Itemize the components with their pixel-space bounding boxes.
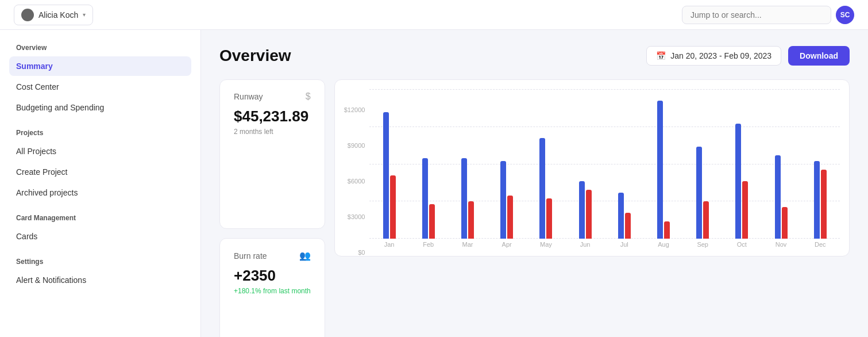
bar-red-jan (390, 175, 396, 239)
burn-rate-header: Burn rate 👥 (234, 250, 311, 261)
x-label-oct: Oct (730, 241, 753, 248)
x-label-nov: Nov (770, 241, 793, 248)
bar-blue-nov (775, 155, 781, 239)
x-label-apr: Apr (495, 241, 518, 248)
bar-red-jun (586, 190, 592, 239)
top-bar: Alicia Koch ▾ SC (0, 0, 868, 30)
bar-group-dec (814, 161, 827, 239)
x-label-jul: Jul (613, 241, 636, 248)
sidebar-section-card-mgmt: Card Management (9, 214, 191, 222)
sidebar-item-all-projects[interactable]: All Projects (9, 141, 191, 161)
main-header: Overview 📅 Jan 20, 2023 - Feb 09, 2023 D… (219, 46, 850, 66)
bar-red-feb (429, 204, 435, 239)
search-bar: SC (682, 6, 854, 24)
header-right: 📅 Jan 20, 2023 - Feb 09, 2023 Download (646, 46, 850, 66)
sidebar-section-settings: Settings (9, 258, 191, 266)
sidebar-item-cost-center[interactable]: Cost Center (9, 77, 191, 97)
date-range-button[interactable]: 📅 Jan 20, 2023 - Feb 09, 2023 (646, 46, 781, 66)
bar-blue-mar (461, 158, 467, 239)
sidebar: Overview Summary Cost Center Budgeting a… (0, 30, 201, 337)
sidebar-item-create-project[interactable]: Create Project (9, 162, 191, 182)
app-body: Overview Summary Cost Center Budgeting a… (0, 30, 868, 337)
y-label-9000: $9000 (344, 142, 365, 149)
bar-red-mar (468, 201, 474, 239)
runway-label: Runway (234, 92, 263, 101)
bar-blue-dec (814, 161, 820, 239)
bar-chart: $0 $3000 $6000 $9000 $12000 (334, 79, 850, 256)
bar-blue-jul (618, 193, 624, 239)
x-label-may: May (534, 241, 557, 248)
bar-red-nov (782, 207, 788, 239)
bar-red-jul (625, 213, 631, 239)
sidebar-item-archived-projects[interactable]: Archived projects (9, 183, 191, 202)
bar-red-aug (664, 221, 670, 239)
bar-group-oct (735, 124, 748, 239)
sidebar-item-summary[interactable]: Summary (9, 56, 191, 76)
burn-label: Burn rate (234, 251, 267, 261)
bar-red-apr (507, 196, 513, 239)
burn-rate-card: Burn rate 👥 +2350 +180.1% from last mont… (219, 238, 325, 337)
chevron-down-icon: ▾ (83, 12, 86, 18)
x-label-mar: Mar (456, 241, 479, 248)
x-label-jan: Jan (378, 241, 401, 248)
burn-value: +2350 (234, 267, 311, 285)
bar-group-sep (696, 147, 709, 239)
bar-blue-jan (383, 112, 389, 239)
runway-sub: 2 months left (234, 128, 311, 136)
runway-card-header: Runway $ (234, 91, 311, 102)
x-label-dec: Dec (809, 241, 832, 248)
bar-red-oct (742, 181, 748, 239)
sidebar-section-overview: Overview (9, 44, 191, 52)
x-label-sep: Sep (691, 241, 714, 248)
runway-card: Runway $ $45,231.89 2 months left (219, 79, 325, 229)
sidebar-item-alert-notifications[interactable]: Alert & Notifications (9, 270, 191, 290)
user-initials-badge: SC (836, 6, 854, 24)
bar-blue-may (539, 138, 545, 239)
bar-group-aug (657, 101, 670, 239)
bar-red-may (546, 198, 552, 239)
bar-blue-oct (735, 124, 741, 239)
calendar-icon: 📅 (656, 51, 666, 60)
bar-group-jul (618, 193, 631, 239)
bar-group-nov (775, 155, 788, 239)
user-name: Alicia Koch (38, 10, 78, 20)
bar-group-jun (579, 181, 592, 239)
sidebar-section-projects: Projects (9, 129, 191, 137)
x-label-aug: Aug (652, 241, 675, 248)
y-label-0: $0 (344, 249, 365, 256)
bar-red-dec (821, 170, 827, 239)
y-label-3000: $3000 (344, 213, 365, 220)
sidebar-item-budgeting[interactable]: Budgeting and Spending (9, 98, 191, 117)
user-avatar (21, 9, 34, 21)
bar-group-may (539, 138, 552, 239)
bar-red-sep (703, 201, 709, 239)
bar-group-feb (422, 158, 435, 239)
bar-blue-apr (500, 161, 506, 239)
y-label-12000: $12000 (344, 106, 365, 113)
runway-value: $45,231.89 (234, 108, 311, 125)
bar-blue-aug (657, 101, 663, 239)
bar-group-mar (461, 158, 474, 239)
people-icon: 👥 (299, 250, 311, 261)
burn-sub: +180.1% from last month (234, 287, 311, 295)
download-button[interactable]: Download (788, 46, 850, 66)
main-content: Overview 📅 Jan 20, 2023 - Feb 09, 2023 D… (201, 30, 868, 337)
dollar-icon: $ (306, 91, 311, 102)
bar-group-jan (383, 112, 396, 239)
bar-blue-jun (579, 181, 585, 239)
bar-blue-sep (696, 147, 702, 239)
sidebar-item-cards[interactable]: Cards (9, 227, 191, 246)
user-selector[interactable]: Alicia Koch ▾ (14, 5, 93, 25)
x-label-jun: Jun (574, 241, 597, 248)
y-label-6000: $6000 (344, 178, 365, 185)
bar-group-apr (500, 161, 513, 239)
date-range-label: Jan 20, 2023 - Feb 09, 2023 (670, 51, 771, 60)
x-label-feb: Feb (417, 241, 440, 248)
bar-blue-feb (422, 158, 428, 239)
search-input[interactable] (682, 6, 831, 24)
page-title: Overview (219, 47, 291, 65)
